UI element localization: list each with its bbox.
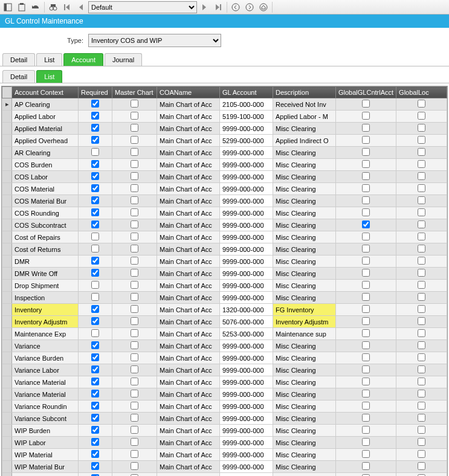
master-checkbox[interactable] <box>131 160 138 168</box>
globallock-checkbox[interactable] <box>418 450 425 458</box>
cell-coaname[interactable]: Main Chart of Acc <box>157 135 220 147</box>
cell-required[interactable] <box>79 280 112 292</box>
cell-context[interactable]: Variance Burden <box>12 352 79 364</box>
cell-context[interactable]: Maintenance Exp <box>12 328 79 340</box>
globallock-checkbox[interactable] <box>418 353 425 361</box>
cell-glaccount[interactable]: 9999-000-000 <box>220 376 273 388</box>
cell-globallock[interactable] <box>396 473 447 477</box>
cell-required[interactable] <box>79 388 112 400</box>
required-checkbox[interactable] <box>91 245 99 252</box>
cell-required[interactable] <box>79 183 112 195</box>
global-checkbox[interactable] <box>362 341 370 349</box>
cell-coaname[interactable]: Main Chart of Acc <box>157 171 220 183</box>
master-checkbox[interactable] <box>131 402 138 410</box>
globallock-checkbox[interactable] <box>418 148 425 156</box>
cell-globalacct[interactable] <box>336 231 396 243</box>
globallock-checkbox[interactable] <box>418 160 425 168</box>
cell-required[interactable] <box>79 219 112 231</box>
cell-required[interactable] <box>79 159 112 171</box>
cell-globallock[interactable] <box>396 352 447 364</box>
global-checkbox[interactable] <box>362 208 370 216</box>
cell-description[interactable]: Misc Clearing <box>273 340 336 352</box>
home-icon[interactable] <box>257 1 270 13</box>
required-checkbox[interactable] <box>91 196 99 204</box>
cell-coaname[interactable]: Main Chart of Acc <box>157 400 220 413</box>
cell-globallock[interactable] <box>396 111 447 123</box>
cell-description[interactable]: Misc Clearing <box>273 219 336 231</box>
cell-coaname[interactable]: Main Chart of Acc <box>157 243 220 256</box>
cell-globallock[interactable] <box>396 316 447 328</box>
cell-globalacct[interactable] <box>336 449 396 461</box>
cell-description[interactable]: Misc Clearing <box>273 159 336 171</box>
global-checkbox[interactable] <box>362 305 370 313</box>
undo-icon[interactable] <box>29 1 42 13</box>
master-checkbox[interactable] <box>131 293 138 301</box>
master-checkbox[interactable] <box>131 148 138 156</box>
required-checkbox[interactable] <box>91 402 99 410</box>
cell-description[interactable]: FG Inventory <box>273 304 336 316</box>
table-row[interactable]: Maintenance ExpMain Chart of Acc5253-000… <box>2 328 447 340</box>
nav-last-icon[interactable] <box>212 1 225 13</box>
table-row[interactable]: WIP MaterialMain Chart of Acc9999-000-00… <box>2 449 447 461</box>
cell-glaccount[interactable]: 9999-000-000 <box>220 243 273 256</box>
cell-coaname[interactable]: Main Chart of Acc <box>157 268 220 280</box>
globallock-checkbox[interactable] <box>418 317 425 325</box>
cell-master[interactable] <box>112 437 157 449</box>
cell-description[interactable]: Misc Clearing <box>273 364 336 376</box>
binoculars-icon[interactable] <box>47 1 60 13</box>
cell-context[interactable]: COS Rounding <box>12 207 79 219</box>
cell-required[interactable] <box>79 147 112 159</box>
required-checkbox[interactable] <box>91 172 99 180</box>
cell-description[interactable]: Misc Clearing <box>273 207 336 219</box>
cell-globalacct[interactable] <box>336 111 396 123</box>
table-row[interactable]: Variance MaterialMain Chart of Acc9999-0… <box>2 376 447 388</box>
globallock-checkbox[interactable] <box>418 390 425 397</box>
cell-context[interactable]: Variance <box>12 340 79 352</box>
cell-coaname[interactable]: Main Chart of Acc <box>157 292 220 304</box>
globallock-checkbox[interactable] <box>418 426 425 434</box>
cell-description[interactable]: Applied Labor - M <box>273 111 336 123</box>
globallock-checkbox[interactable] <box>418 329 425 337</box>
cell-context[interactable]: COS Material <box>12 183 79 195</box>
global-checkbox[interactable] <box>362 160 370 168</box>
cell-glaccount[interactable]: 9999-000-000 <box>220 292 273 304</box>
globallock-checkbox[interactable] <box>418 257 425 265</box>
global-checkbox[interactable] <box>362 100 370 108</box>
global-checkbox[interactable] <box>362 257 370 265</box>
cell-glaccount[interactable]: 5199-100-000 <box>220 111 273 123</box>
cell-glaccount[interactable]: 9999-000-000 <box>220 256 273 268</box>
cell-master[interactable] <box>112 111 157 123</box>
cell-context[interactable]: Applied Labor <box>12 111 79 123</box>
cell-glaccount[interactable]: 9999-000-000 <box>220 147 273 159</box>
cell-globalacct[interactable] <box>336 473 396 477</box>
cell-context[interactable]: Cost of Repairs <box>12 231 79 243</box>
table-row[interactable]: Applied MaterialMain Chart of Acc9999-00… <box>2 123 447 135</box>
required-checkbox[interactable] <box>91 100 99 108</box>
cell-description[interactable]: Misc Clearing <box>273 183 336 195</box>
cell-glaccount[interactable]: 9999-000-000 <box>220 364 273 376</box>
table-row[interactable]: Variance SubcontMain Chart of Acc9999-00… <box>2 413 447 425</box>
cell-required[interactable] <box>79 171 112 183</box>
cell-required[interactable] <box>79 400 112 413</box>
global-checkbox[interactable] <box>362 390 370 397</box>
cell-master[interactable] <box>112 376 157 388</box>
globallock-checkbox[interactable] <box>418 281 425 289</box>
cell-coaname[interactable]: Main Chart of Acc <box>157 111 220 123</box>
global-checkbox[interactable] <box>362 402 370 410</box>
table-row[interactable]: InspectionMain Chart of Acc9999-000-000M… <box>2 292 447 304</box>
global-checkbox[interactable] <box>362 112 370 120</box>
cell-context[interactable]: Applied Material <box>12 123 79 135</box>
cell-context[interactable]: WIP Burden <box>12 425 79 437</box>
globallock-checkbox[interactable] <box>418 184 425 192</box>
master-checkbox[interactable] <box>131 414 138 422</box>
type-select[interactable]: Inventory COS and WIP <box>88 34 221 47</box>
col-master[interactable]: Master Chart <box>112 87 157 98</box>
cell-description[interactable]: Inventory Adjustm <box>273 316 336 328</box>
cell-required[interactable] <box>79 111 112 123</box>
tab-journal[interactable]: Journal <box>105 53 142 66</box>
cell-coaname[interactable]: Main Chart of Acc <box>157 183 220 195</box>
cell-description[interactable]: Misc Clearing <box>273 461 336 473</box>
cell-description[interactable]: Misc Clearing <box>273 376 336 388</box>
global-checkbox[interactable] <box>362 148 370 156</box>
cell-globalacct[interactable] <box>336 292 396 304</box>
